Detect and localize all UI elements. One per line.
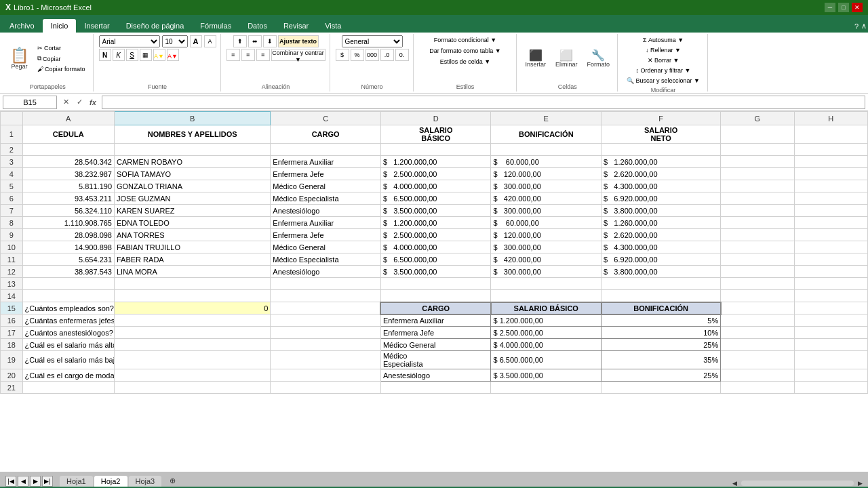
scroll-right-button[interactable]: ▶ (858, 480, 863, 487)
cell-e5[interactable]: $ 300.000,00 (491, 180, 601, 192)
font-size-select[interactable]: 10 (162, 35, 188, 47)
col-header-f[interactable]: F (601, 112, 721, 125)
cell-c21[interactable] (271, 382, 381, 394)
cell-a14[interactable] (22, 290, 114, 302)
close-button[interactable]: ✕ (852, 3, 863, 12)
cell-h7[interactable] (794, 205, 867, 217)
cell-a13[interactable] (22, 278, 114, 290)
cell-h13[interactable] (794, 278, 867, 290)
cell-e8[interactable]: $ 60.000,00 (491, 217, 601, 229)
cancel-formula-icon[interactable]: ✕ (60, 96, 72, 108)
cell-e12[interactable]: $ 300.000,00 (491, 266, 601, 278)
cell-b12[interactable]: LINA MORA (115, 266, 271, 278)
tab-revisar[interactable]: Revisar (275, 19, 317, 33)
cell-e14[interactable] (491, 290, 601, 302)
cell-b13[interactable] (115, 278, 271, 290)
cell-d5[interactable]: $ 4.000.000,00 (380, 180, 491, 192)
col-header-e[interactable]: E (491, 112, 601, 125)
cell-a16[interactable]: ¿Cuántas enfermeras jefes? (22, 314, 114, 327)
cell-f17[interactable]: 10% (601, 327, 721, 339)
cell-f6[interactable]: $ 6.920.000,00 (601, 192, 721, 205)
cell-a11[interactable]: 5.654.231 (22, 253, 114, 266)
cell-e2[interactable] (491, 144, 601, 156)
cell-e15[interactable]: SALARIO BÁSICO (491, 302, 601, 314)
cell-d9[interactable]: $ 2.500.000,00 (380, 229, 491, 241)
cell-g21[interactable] (721, 382, 794, 394)
cell-d6[interactable]: $ 6.500.000,00 (380, 192, 491, 205)
cell-c14[interactable] (271, 290, 381, 302)
thousands-button[interactable]: 000 (366, 49, 379, 61)
tab-archivo[interactable]: Archivo (1, 19, 43, 33)
cell-g19[interactable] (721, 351, 794, 369)
cell-c9[interactable]: Enfermera Jefe (271, 229, 381, 241)
scroll-left-button[interactable]: ◀ (732, 480, 737, 487)
copy-button[interactable]: ⧉ Copiar (34, 54, 89, 64)
cell-c17[interactable] (271, 327, 381, 339)
cell-a6[interactable]: 93.453.211 (22, 192, 114, 205)
cell-e18[interactable]: $ 4.000.000,00 (491, 339, 601, 351)
col-header-g[interactable]: G (721, 112, 794, 125)
cell-f7[interactable]: $ 3.800.000,00 (601, 205, 721, 217)
cell-g1[interactable] (721, 125, 794, 144)
cell-h14[interactable] (794, 290, 867, 302)
cell-e10[interactable]: $ 300.000,00 (491, 241, 601, 253)
underline-button[interactable]: S (126, 49, 138, 61)
cell-h3[interactable] (794, 156, 867, 168)
horizontal-scrollbar[interactable] (741, 481, 854, 486)
cell-g8[interactable] (721, 217, 794, 229)
cell-g12[interactable] (721, 266, 794, 278)
fill-button[interactable]: ↓ Rellenar ▼ (642, 45, 684, 55)
cell-h15[interactable] (794, 302, 867, 314)
insert-cells-button[interactable]: ⬛ Insertar (522, 48, 550, 70)
cell-g15[interactable] (721, 302, 794, 314)
cell-a1[interactable]: CEDULA (22, 125, 114, 144)
fill-color-button[interactable]: A▼ (153, 49, 165, 61)
cell-b5[interactable]: GONZALO TRIANA (115, 180, 271, 192)
cell-b21[interactable] (115, 382, 271, 394)
percent-button[interactable]: % (351, 49, 364, 61)
cell-h19[interactable] (794, 351, 867, 369)
cell-a4[interactable]: 38.232.987 (22, 168, 114, 180)
cell-b17[interactable] (115, 327, 271, 339)
cell-g9[interactable] (721, 229, 794, 241)
cell-f13[interactable] (601, 278, 721, 290)
cell-b2[interactable] (115, 144, 271, 156)
tab-vista[interactable]: Vista (317, 19, 349, 33)
delete-cells-button[interactable]: ⬜ Eliminar (552, 48, 581, 70)
wrap-text-button[interactable]: Ajustar texto (278, 35, 319, 47)
cell-h11[interactable] (794, 253, 867, 266)
cell-b9[interactable]: ANA TORRES (115, 229, 271, 241)
cell-d13[interactable] (380, 278, 491, 290)
cell-h9[interactable] (794, 229, 867, 241)
cell-e4[interactable]: $ 120.000,00 (491, 168, 601, 180)
cell-c7[interactable]: Anestesiólogo (271, 205, 381, 217)
cell-f15[interactable]: BONIFICACIÓN (601, 302, 721, 314)
increase-font-button[interactable]: A (190, 35, 202, 47)
cell-e7[interactable]: $ 300.000,00 (491, 205, 601, 217)
cell-f10[interactable]: $ 4.300.000,00 (601, 241, 721, 253)
cell-a10[interactable]: 14.900.898 (22, 241, 114, 253)
align-top-button[interactable]: ⬆ (233, 35, 247, 47)
cell-f18[interactable]: 25% (601, 339, 721, 351)
cell-g13[interactable] (721, 278, 794, 290)
cell-c20[interactable] (271, 369, 381, 382)
sheet-tab-hoja3[interactable]: Hoja3 (129, 476, 162, 487)
align-middle-button[interactable]: ⬌ (248, 35, 262, 47)
cell-e11[interactable]: $ 420.000,00 (491, 253, 601, 266)
cell-h5[interactable] (794, 180, 867, 192)
cell-d7[interactable]: $ 3.500.000,00 (380, 205, 491, 217)
next-sheet-button[interactable]: ▶ (30, 476, 41, 487)
cell-a15[interactable]: ¿Cuántos empleados son? (22, 302, 114, 314)
cell-h21[interactable] (794, 382, 867, 394)
cell-c12[interactable]: Anestesiólogo (271, 266, 381, 278)
find-select-button[interactable]: 🔍 Buscar y seleccionar ▼ (623, 76, 703, 85)
cell-a18[interactable]: ¿Cuál es el salario más alto? (22, 339, 114, 351)
cell-h8[interactable] (794, 217, 867, 229)
cell-b1[interactable]: NOMBRES Y APELLIDOS (115, 125, 271, 144)
minimize-button[interactable]: ─ (825, 3, 835, 12)
cell-b11[interactable]: FABER RADA (115, 253, 271, 266)
cell-b16[interactable] (115, 314, 271, 327)
minimize-ribbon-icon[interactable]: ∧ (861, 22, 867, 30)
tab-datos[interactable]: Datos (239, 19, 275, 33)
sort-filter-button[interactable]: ↕ Ordenar y filtrar ▼ (633, 66, 694, 75)
